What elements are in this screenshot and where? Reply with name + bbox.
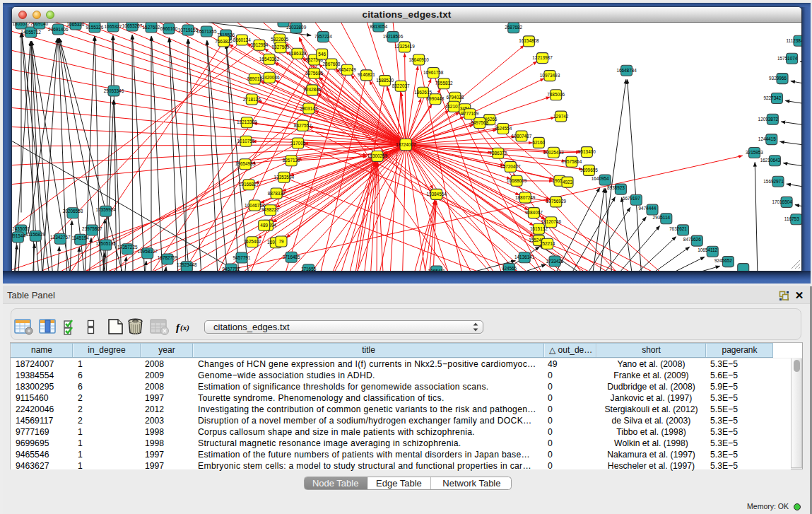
svg-text:15692971: 15692971 [763, 178, 784, 183]
svg-text:1640954: 1640954 [592, 176, 609, 181]
svg-text:2867608: 2867608 [323, 61, 341, 66]
svg-text:19575864: 19575864 [562, 158, 582, 163]
svg-text:6966160: 6966160 [160, 25, 178, 30]
svg-text:10807487: 10807487 [512, 133, 532, 138]
svg-text:23975867: 23975867 [82, 226, 102, 230]
svg-text:10688609: 10688609 [507, 177, 527, 182]
svg-text:7955812: 7955812 [435, 81, 453, 86]
svg-text:8938923: 8938923 [607, 185, 625, 190]
svg-text:12325419: 12325419 [394, 44, 415, 49]
svg-text:9699695: 9699695 [580, 167, 598, 172]
svg-text:12923448: 12923448 [177, 262, 197, 267]
svg-text:10973493: 10973493 [540, 73, 560, 78]
svg-text:10046758: 10046758 [245, 202, 265, 207]
svg-text:924565: 924565 [502, 266, 517, 271]
svg-text:7663822: 7663822 [215, 38, 233, 43]
svg-text:8471626: 8471626 [683, 237, 701, 242]
svg-text:19384554: 19384554 [426, 191, 447, 196]
svg-text:9084067: 9084067 [525, 210, 543, 215]
svg-text:19654983: 19654983 [235, 161, 256, 166]
svg-text:18640910: 18640910 [408, 57, 429, 62]
svg-text:2069140: 2069140 [30, 23, 48, 26]
svg-text:9498222: 9498222 [261, 207, 279, 212]
svg-text:2935114: 2935114 [653, 214, 671, 219]
svg-text:8813054: 8813054 [370, 23, 387, 28]
svg-text:16210643: 16210643 [760, 158, 781, 163]
svg-text:12505135: 12505135 [95, 240, 116, 245]
svg-text:13353594: 13353594 [274, 174, 295, 179]
svg-text:9474444: 9474444 [639, 206, 657, 211]
svg-text:20206558: 20206558 [63, 209, 83, 214]
svg-text:11156829: 11156829 [26, 231, 46, 236]
svg-text:8454749: 8454749 [339, 66, 356, 71]
svg-text:17357225: 17357225 [117, 245, 138, 250]
svg-text:2687682: 2687682 [505, 25, 522, 30]
svg-text:17016504: 17016504 [772, 199, 792, 204]
svg-text:317005: 317005 [290, 140, 306, 145]
svg-text:546: 546 [318, 51, 326, 56]
svg-text:3716485: 3716485 [283, 254, 300, 259]
svg-text:8660124: 8660124 [233, 37, 251, 42]
svg-text:2718126: 2718126 [243, 96, 261, 101]
svg-text:15751074: 15751074 [777, 55, 798, 60]
svg-text:10653267: 10653267 [122, 23, 143, 28]
svg-text:1112384: 1112384 [787, 37, 801, 42]
svg-text:16961758: 16961758 [423, 70, 444, 75]
svg-text:9329966: 9329966 [769, 76, 787, 81]
svg-text:12213987: 12213987 [532, 55, 553, 60]
svg-text:8186328: 8186328 [288, 50, 306, 55]
svg-text:171655: 171655 [301, 267, 317, 271]
svg-text:10958107: 10958107 [137, 249, 158, 254]
svg-text:7632621: 7632621 [669, 226, 687, 230]
svg-text:16154808: 16154808 [519, 38, 539, 43]
svg-text:4923: 4923 [563, 179, 573, 184]
svg-text:1615132: 1615132 [530, 226, 548, 230]
svg-text:9513400: 9513400 [578, 149, 596, 154]
svg-text:1010755: 1010755 [237, 138, 255, 143]
svg-text:9457792: 9457792 [223, 266, 240, 271]
svg-text:16648784: 16648784 [616, 67, 637, 72]
svg-text:1805572: 1805572 [13, 23, 30, 26]
svg-text:3624554: 3624554 [494, 126, 512, 131]
svg-text:6679197: 6679197 [623, 196, 640, 201]
svg-text:9242845: 9242845 [303, 87, 321, 92]
svg-text:7625402: 7625402 [244, 239, 261, 244]
svg-text:1588520: 1588520 [376, 78, 394, 83]
svg-text:1145194: 1145194 [71, 235, 89, 240]
svg-text:12342757: 12342757 [50, 234, 71, 239]
svg-text:1065327: 1065327 [105, 23, 122, 28]
svg-text:29053346: 29053346 [104, 88, 124, 93]
svg-text:8427552: 8427552 [294, 122, 312, 127]
svg-text:12093872: 12093872 [758, 116, 779, 121]
svg-text:14136141: 14136141 [514, 255, 535, 259]
svg-text:18300295: 18300295 [367, 153, 388, 158]
svg-text:9245652: 9245652 [714, 257, 732, 262]
svg-text:1065411: 1065411 [428, 268, 445, 271]
svg-text:8267130: 8267130 [283, 158, 300, 163]
svg-text:9155326: 9155326 [86, 24, 104, 29]
svg-text:16782759: 16782759 [158, 255, 178, 259]
svg-text:8878332: 8878332 [268, 190, 286, 195]
svg-text:6497568: 6497568 [471, 120, 488, 125]
svg-text:5322605: 5322605 [271, 36, 288, 41]
svg-text:252214: 252214 [540, 240, 555, 245]
svg-text:129742: 129742 [553, 113, 569, 118]
svg-text:9327509: 9327509 [272, 45, 290, 49]
svg-text:9227342: 9227342 [763, 95, 781, 100]
svg-text:2803144: 2803144 [300, 105, 317, 110]
svg-text:489: 489 [260, 222, 268, 227]
svg-text:1065326: 1065326 [67, 23, 85, 27]
svg-text:19166827: 19166827 [239, 182, 259, 187]
svg-text:3375685: 3375685 [305, 70, 323, 75]
svg-text:19218506: 19218506 [383, 34, 404, 39]
svg-text:8990448: 8990448 [427, 96, 445, 101]
svg-text:3912954: 3912954 [251, 42, 269, 47]
svg-text:19756929: 19756929 [546, 199, 567, 204]
svg-text:(x): (x) [180, 323, 189, 332]
svg-text:1527602: 1527602 [143, 24, 160, 29]
svg-text:16120746: 16120746 [541, 219, 562, 224]
svg-text:9146821: 9146821 [358, 72, 375, 77]
svg-text:17359924: 17359924 [95, 206, 116, 211]
svg-text:10025433: 10025433 [543, 149, 564, 154]
svg-text:18724007: 18724007 [396, 141, 416, 146]
